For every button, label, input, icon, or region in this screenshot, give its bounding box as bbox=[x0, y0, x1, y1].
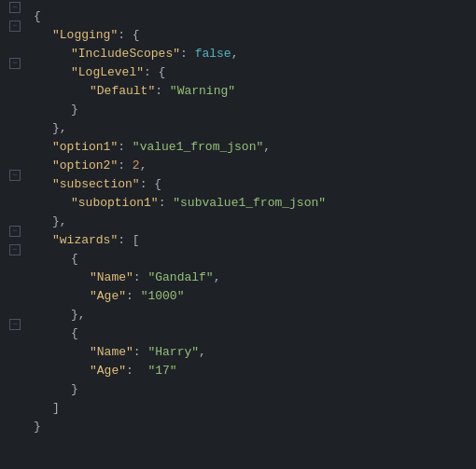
code-line: ] bbox=[0, 399, 476, 418]
json-string: "17" bbox=[147, 364, 176, 378]
json-key: "option2" bbox=[52, 159, 118, 172]
code-line: −"LogLevel": { bbox=[0, 63, 476, 82]
code-line: "Name": "Gandalf", bbox=[0, 269, 476, 287]
json-string: "Warning" bbox=[170, 84, 235, 98]
code-line: }, bbox=[0, 213, 476, 231]
json-key: "option1" bbox=[52, 140, 118, 154]
code-line: −"Logging": { bbox=[0, 26, 476, 45]
line-content: "Name": "Harry", bbox=[30, 343, 476, 362]
line-content: "suboption1": "subvalue1_from_json" bbox=[30, 194, 476, 213]
line-content: "Logging": { bbox=[30, 26, 476, 45]
code-line: "suboption1": "subvalue1_from_json" bbox=[0, 194, 476, 213]
line-content: "Default": "Warning" bbox=[30, 82, 476, 101]
line-content: "wizards": [ bbox=[30, 231, 476, 250]
json-punctuation: }, bbox=[52, 121, 67, 135]
code-line: −"subsection": { bbox=[0, 175, 476, 194]
code-line: "Age": "1000" bbox=[0, 287, 476, 306]
line-content: }, bbox=[30, 306, 476, 324]
line-content: { bbox=[30, 250, 476, 269]
json-string: "Harry" bbox=[147, 345, 199, 359]
json-string: "Gandalf" bbox=[147, 270, 213, 284]
line-content: "Age": "17" bbox=[30, 362, 476, 380]
json-punctuation: } bbox=[34, 420, 41, 434]
json-boolean: false bbox=[195, 47, 231, 61]
json-punctuation: { bbox=[71, 326, 78, 340]
json-punctuation: , bbox=[231, 47, 239, 61]
collapse-button[interactable]: − bbox=[9, 319, 21, 330]
code-line: "Default": "Warning" bbox=[0, 82, 476, 101]
code-line: "Age": "17" bbox=[0, 362, 476, 380]
json-punctuation: : bbox=[180, 47, 195, 61]
code-viewer: −{−"Logging": {"IncludeScopes": false,−"… bbox=[0, 0, 476, 444]
json-punctuation: : bbox=[133, 270, 148, 284]
json-key: "suboption1" bbox=[71, 196, 159, 210]
line-content: } bbox=[30, 380, 476, 399]
collapse-button[interactable]: − bbox=[9, 58, 21, 69]
json-key: "Name" bbox=[90, 270, 133, 284]
line-content: "IncludeScopes": false, bbox=[30, 45, 476, 63]
json-punctuation: ] bbox=[52, 401, 60, 415]
collapse-button[interactable]: − bbox=[9, 226, 21, 237]
line-content: "Name": "Gandalf", bbox=[30, 269, 476, 287]
json-punctuation: }, bbox=[71, 308, 86, 322]
json-punctuation: : bbox=[133, 345, 148, 359]
line-content: "option2": 2, bbox=[30, 157, 476, 175]
line-content: "LogLevel": { bbox=[30, 63, 476, 82]
json-punctuation: , bbox=[199, 345, 206, 359]
code-line: } bbox=[0, 101, 476, 119]
code-line: −{ bbox=[0, 250, 476, 269]
json-string: "subvalue1_from_json" bbox=[173, 196, 326, 210]
line-content: { bbox=[30, 324, 476, 343]
code-line: }, bbox=[0, 119, 476, 138]
code-line: "option2": 2, bbox=[0, 157, 476, 175]
json-key: "Age" bbox=[90, 289, 126, 303]
line-content: }, bbox=[30, 119, 476, 138]
json-punctuation: : { bbox=[118, 28, 139, 42]
json-punctuation: : bbox=[155, 84, 170, 98]
collapse-button[interactable]: − bbox=[9, 21, 21, 32]
json-key: "Age" bbox=[90, 364, 126, 378]
json-punctuation: : bbox=[118, 140, 133, 154]
json-punctuation: : bbox=[126, 289, 141, 303]
collapse-button[interactable]: − bbox=[9, 2, 21, 13]
json-punctuation: , bbox=[140, 159, 147, 172]
json-key: "IncludeScopes" bbox=[71, 47, 180, 61]
code-line: −{ bbox=[0, 7, 476, 26]
collapse-button[interactable]: − bbox=[9, 170, 21, 181]
json-key: "LogLevel" bbox=[71, 65, 144, 79]
json-key: "Logging" bbox=[52, 28, 118, 42]
code-line: }, bbox=[0, 306, 476, 324]
json-punctuation: } bbox=[71, 103, 78, 117]
line-content: ] bbox=[30, 399, 476, 418]
collapse-button[interactable]: − bbox=[9, 244, 21, 255]
json-punctuation: } bbox=[71, 382, 78, 396]
json-punctuation: : [ bbox=[118, 233, 139, 247]
json-punctuation: , bbox=[263, 140, 271, 154]
json-punctuation: : { bbox=[144, 65, 165, 79]
code-line: −{ bbox=[0, 324, 476, 343]
json-number: 2 bbox=[133, 159, 140, 172]
code-line: "Name": "Harry", bbox=[0, 343, 476, 362]
line-content: "option1": "value1_from_json", bbox=[30, 138, 476, 157]
code-line: } bbox=[0, 380, 476, 399]
line-content: } bbox=[30, 101, 476, 119]
line-content: { bbox=[30, 7, 476, 26]
line-content: } bbox=[30, 418, 476, 436]
json-key: "Name" bbox=[90, 345, 133, 359]
code-line: "IncludeScopes": false, bbox=[0, 45, 476, 63]
json-punctuation: { bbox=[34, 9, 41, 23]
json-string: "value1_from_json" bbox=[133, 140, 263, 154]
json-punctuation: : bbox=[126, 364, 147, 378]
json-punctuation: : bbox=[118, 159, 133, 172]
line-content: "subsection": { bbox=[30, 175, 476, 194]
json-punctuation: : { bbox=[140, 177, 161, 191]
json-punctuation: , bbox=[214, 270, 221, 284]
json-key: "wizards" bbox=[52, 233, 118, 247]
line-content: }, bbox=[30, 213, 476, 231]
code-line: "option1": "value1_from_json", bbox=[0, 138, 476, 157]
json-punctuation: }, bbox=[52, 214, 67, 228]
code-line: } bbox=[0, 418, 476, 436]
json-key: "Default" bbox=[90, 84, 155, 98]
json-punctuation: : bbox=[159, 196, 174, 210]
code-line: −"wizards": [ bbox=[0, 231, 476, 250]
